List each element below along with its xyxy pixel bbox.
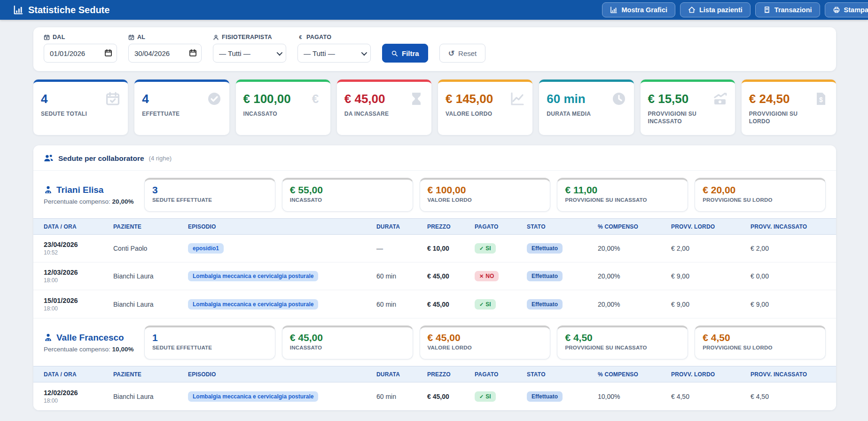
episode-badge[interactable]: eposidio1 — [188, 243, 224, 254]
summary-card-label: VALORE LORDO — [446, 110, 505, 118]
dal-date-input[interactable] — [44, 44, 117, 63]
nav-button-label: Mostra Grafici — [621, 6, 667, 14]
summary-card: 60 min DURATA MEDIA — [539, 79, 633, 135]
paid-badge: ✕NO — [475, 271, 499, 281]
reset-icon: ↺ — [448, 49, 454, 58]
stat-label: PROVVIGIONE SU LORDO — [703, 345, 818, 350]
collaborator-stat-card: € 45,00 VALORE LORDO — [420, 326, 551, 359]
episode-badge[interactable]: Lombalgia meccanica e cervicalgia postur… — [188, 299, 318, 310]
collaborator-stat-cards: 1 SEDUTE EFFETTUATE € 45,00 INCASSATO € … — [144, 326, 826, 359]
cell-duration: 60 min — [376, 272, 427, 280]
nav-button[interactable]: Stampa — [825, 2, 868, 17]
summary-card: 4 SEDUTE TOTALI — [33, 79, 128, 135]
row-date: 15/01/2026 — [44, 297, 113, 304]
stat-value: 1 — [152, 332, 267, 343]
table-column-header: PROVV. INCASSATO — [751, 223, 826, 230]
cell-date: 23/04/2026 10:52 — [44, 241, 113, 256]
cell-duration: — — [376, 245, 427, 252]
section-title: Sedute per collaboratore — [58, 154, 144, 163]
filtra-button[interactable]: Filtra — [382, 44, 428, 63]
nav-button-label: Stampa — [844, 6, 868, 14]
summary-card-icon: $ — [813, 91, 829, 106]
table-row: 23/04/2026 10:52 Conti Paolo eposidio1 —… — [33, 235, 836, 262]
cell-prov-incassato: € 2,00 — [751, 245, 826, 252]
table-column-header: EPISODIO — [188, 371, 376, 378]
dal-label: DAL — [53, 34, 65, 40]
table-column-header: PAGATO — [475, 223, 527, 230]
cell-status: Effettuato — [527, 299, 598, 310]
cell-prov-lordo: € 4,50 — [671, 393, 751, 400]
summary-card: € 24,50 PROVVIGIONI SU LORDO $ — [742, 79, 836, 135]
svg-text:$: $ — [819, 96, 823, 103]
summary-card-icon — [409, 91, 424, 106]
table-column-header: % COMPENSO — [598, 223, 671, 230]
episode-badge[interactable]: Lombalgia meccanica e cervicalgia postur… — [188, 271, 318, 281]
paid-mark-icon: ✓ — [479, 394, 484, 399]
page-content: DAL AL FISIOTERAPISTA — Tutti — €PAGA — [0, 20, 868, 410]
doctor-icon — [44, 333, 53, 342]
episode-badge[interactable]: Lombalgia meccanica e cervicalgia postur… — [188, 391, 318, 402]
table-column-header: STATO — [527, 371, 598, 378]
nav-button[interactable]: Transazioni — [755, 2, 820, 17]
nav-button-label: Transazioni — [774, 6, 812, 14]
nav-button-icon — [763, 6, 771, 14]
table-column-header: PROVV. INCASSATO — [751, 371, 826, 378]
collaborator-stat-card: 1 SEDUTE EFFETTUATE — [144, 326, 275, 359]
table-body: 23/04/2026 10:52 Conti Paolo eposidio1 —… — [33, 235, 836, 318]
stat-label: SEDUTE EFFETTUATE — [152, 197, 267, 203]
collaborators-list: Triani Elisa Percentuale compenso: 20,00… — [33, 171, 836, 410]
table-column-header: PREZZO — [427, 223, 475, 230]
collaborator-stat-card: € 11,00 PROVVIGIONE SU INCASSATO — [557, 178, 688, 212]
summary-card-icon — [611, 91, 626, 106]
section-header: Sedute per collaboratore (4 righe) — [33, 145, 836, 171]
reset-button[interactable]: ↺ Reset — [439, 44, 486, 63]
summary-card-label: PROVVIGIONI SU LORDO — [749, 110, 809, 125]
cell-duration: 60 min — [376, 393, 427, 400]
cell-prov-incassato: € 4,50 — [751, 393, 826, 400]
table-header-row: DATA / ORAPAZIENTEEPISODIODURATAPREZZOPA… — [33, 218, 836, 235]
cell-date: 12/03/2026 18:00 — [44, 269, 113, 284]
nav-button[interactable]: Lista pazienti — [680, 2, 751, 17]
cell-paid: ✓SI — [475, 391, 527, 402]
cell-prov-lordo: € 9,00 — [671, 272, 751, 280]
row-time: 18:00 — [44, 277, 113, 284]
stat-label: INCASSATO — [290, 345, 405, 350]
euro-icon: € — [297, 34, 304, 40]
paid-mark-icon: ✓ — [479, 246, 484, 251]
cell-episode: Lombalgia meccanica e cervicalgia postur… — [188, 391, 376, 402]
row-date: 12/03/2026 — [44, 269, 113, 276]
al-label: AL — [137, 34, 145, 40]
al-date-input[interactable] — [128, 44, 202, 63]
paid-label: SI — [485, 393, 491, 400]
collaborator-name-row: Valle Francesco — [44, 333, 138, 343]
section-row-count: (4 righe) — [149, 155, 172, 162]
pagato-select[interactable]: — Tutti — — [297, 44, 371, 63]
paid-label: NO — [485, 273, 494, 279]
chart-icon — [13, 5, 23, 15]
collaborator-compenso: Percentuale compenso: 20,00% — [44, 198, 138, 205]
paid-badge: ✓SI — [475, 299, 496, 310]
collaborator-stat-card: € 4,50 PROVVIGIONE SU LORDO — [695, 326, 826, 359]
fisioterapista-select[interactable]: — Tutti — — [213, 44, 286, 63]
nav-button[interactable]: Mostra Grafici — [602, 2, 675, 17]
stat-label: VALORE LORDO — [428, 197, 543, 203]
summary-card-label: EFFETTUATE — [142, 110, 202, 118]
cell-prov-incassato: € 9,00 — [751, 301, 826, 308]
collaborator-block: Valle Francesco Percentuale compenso: 10… — [33, 318, 836, 410]
collaborator-info: Triani Elisa Percentuale compenso: 20,00… — [44, 185, 138, 205]
stat-label: VALORE LORDO — [428, 345, 543, 350]
cell-price: € 45,00 — [427, 301, 475, 308]
nav-button-icon — [610, 6, 618, 14]
filter-al: AL — [128, 34, 202, 63]
cell-paid: ✕NO — [475, 271, 527, 281]
summary-cards-row: 4 SEDUTE TOTALI 4 EFFETTUATE € 100,00 IN… — [33, 79, 836, 135]
status-badge: Effettuato — [527, 243, 563, 254]
navbar: Statistiche Sedute Mostra Grafici Lista … — [0, 0, 868, 20]
pagato-label: PAGATO — [306, 34, 331, 40]
stat-value: € 55,00 — [290, 184, 405, 196]
cell-price: € 45,00 — [427, 393, 475, 400]
collaborator-header: Triani Elisa Percentuale compenso: 20,00… — [33, 171, 836, 218]
table-column-header: STATO — [527, 223, 598, 230]
table-body: 12/02/2026 18:00 Bianchi Laura Lombalgia… — [33, 382, 836, 410]
stat-value: € 45,00 — [290, 332, 405, 343]
